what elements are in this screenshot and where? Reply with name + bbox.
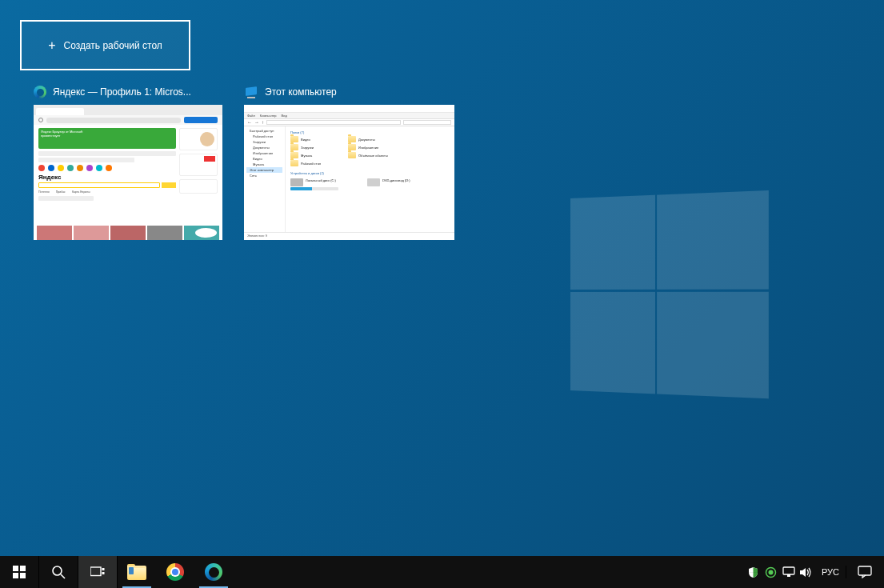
svg-point-4 [53, 566, 62, 575]
task-item-edge[interactable]: Яндекс — Профиль 1: Micros... Яндекс Бра… [34, 85, 222, 240]
file-explorer-icon [127, 564, 146, 580]
notification-icon [858, 566, 872, 578]
tray-app-icon[interactable] [762, 556, 780, 588]
start-button[interactable] [0, 556, 38, 588]
plus-icon: + [48, 38, 55, 53]
task-view-button[interactable] [78, 556, 117, 588]
globe-shield-icon [765, 566, 777, 578]
chrome-icon [166, 563, 184, 581]
tray-network-icon[interactable] [780, 556, 798, 588]
task-view-icon [90, 566, 105, 578]
task-title: Этот компьютер [265, 86, 337, 98]
task-item-explorer[interactable]: Этот компьютер ФайлКомпьютерВид ←→↑ Быст… [244, 85, 454, 240]
taskbar-chrome[interactable] [156, 556, 194, 588]
tray-language[interactable]: РУС [815, 567, 846, 577]
windows-icon [13, 566, 26, 578]
svg-line-5 [61, 574, 65, 578]
svg-point-11 [769, 570, 774, 574]
edge-icon [205, 563, 222, 581]
task-title: Яндекс — Профиль 1: Micros... [53, 86, 191, 98]
svg-rect-0 [13, 566, 18, 571]
svg-rect-1 [20, 566, 26, 571]
tray-security-icon[interactable] [745, 556, 762, 588]
this-pc-icon [244, 87, 258, 98]
svg-rect-12 [783, 567, 794, 574]
svg-rect-2 [13, 573, 18, 578]
system-tray: РУС [745, 556, 884, 588]
taskbar-file-explorer[interactable] [118, 556, 156, 588]
new-desktop-label: Создать рабочий стол [64, 40, 162, 51]
svg-rect-13 [787, 574, 790, 577]
tray-volume-icon[interactable] [798, 556, 815, 588]
tray-notifications[interactable] [846, 566, 882, 578]
taskbar: РУС [0, 556, 884, 588]
svg-rect-6 [90, 567, 101, 576]
shield-icon [747, 566, 759, 578]
ethernet-icon [782, 566, 795, 578]
svg-rect-8 [102, 572, 105, 574]
svg-rect-7 [102, 568, 105, 570]
task-thumbnail: Яндекс Браузер от Microsoftприветствует … [34, 105, 222, 240]
task-view-list: Яндекс — Профиль 1: Micros... Яндекс Бра… [34, 85, 454, 240]
svg-rect-14 [858, 566, 871, 575]
search-button[interactable] [39, 556, 78, 588]
search-icon [51, 565, 66, 579]
taskbar-edge[interactable] [194, 556, 233, 588]
svg-rect-9 [749, 572, 758, 573]
edge-icon [34, 86, 46, 98]
task-header: Этот компьютер [244, 85, 454, 99]
task-thumbnail: ФайлКомпьютерВид ←→↑ Быстрый доступ Рабо… [244, 105, 454, 240]
new-desktop-button[interactable]: + Создать рабочий стол [20, 20, 190, 70]
windows-wallpaper-logo [570, 190, 769, 398]
svg-rect-3 [20, 573, 26, 578]
speaker-icon [799, 566, 813, 578]
task-header: Яндекс — Профиль 1: Micros... [34, 85, 222, 99]
